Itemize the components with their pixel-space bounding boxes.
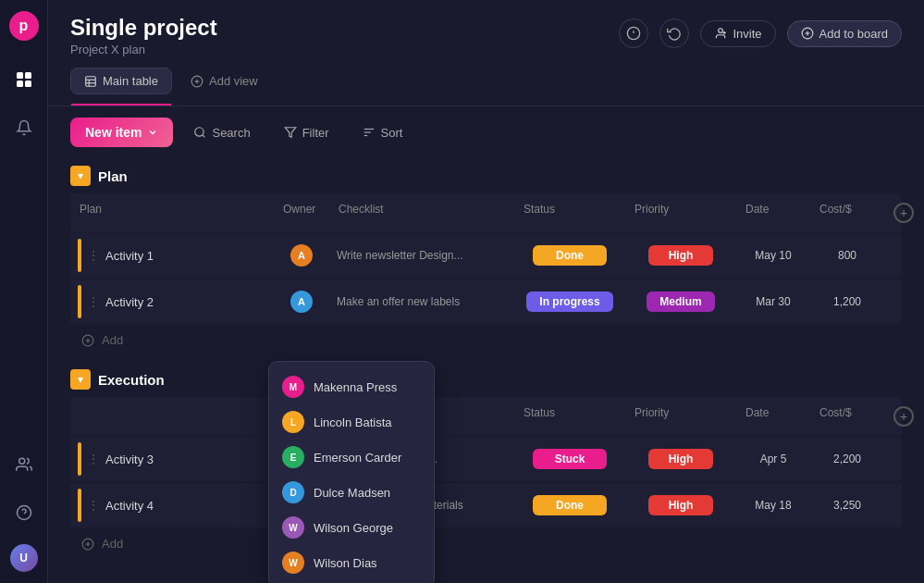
group-execution-chevron[interactable]: ▾: [70, 369, 91, 390]
dropdown-item[interactable]: E Emerson Carder: [269, 440, 434, 475]
plan-col-headers: Plan Owner Checklist Status Priority Dat…: [70, 193, 902, 232]
dropdown-name: Emerson Carder: [314, 451, 401, 465]
row-status[interactable]: Done: [514, 245, 625, 266]
status-badge[interactable]: In progress: [526, 292, 612, 312]
row-priority[interactable]: Medium: [625, 292, 736, 312]
row-name: Activity 2: [105, 295, 154, 309]
row-status[interactable]: Stuck: [514, 449, 625, 469]
table-area: ▾ Plan Plan Owner Checklist Status Prior…: [48, 158, 924, 583]
toolbar: New item Search Filter Sort: [48, 106, 924, 158]
drag-handle[interactable]: ⋮: [87, 498, 100, 513]
sidebar-item-help[interactable]: [7, 496, 41, 529]
col-checklist: Checklist: [329, 199, 514, 227]
project-subtitle: Project X plan: [70, 43, 217, 56]
dropdown-item[interactable]: M Makenna Press: [269, 369, 434, 404]
plan-add-row[interactable]: Add: [70, 326, 902, 354]
row-name-cell: ⋮ Activity 2: [70, 285, 274, 318]
svg-marker-25: [285, 128, 296, 138]
svg-rect-16: [86, 76, 96, 86]
search-button[interactable]: Search: [180, 119, 263, 146]
header-left: Single project Project X plan: [70, 15, 217, 56]
row-name-cell: ⋮ Activity 3: [70, 442, 274, 476]
sidebar-item-grid[interactable]: [7, 63, 41, 96]
svg-line-24: [203, 135, 205, 138]
row-date: Mar 30: [736, 295, 810, 308]
dropdown-avatar: D: [282, 481, 304, 503]
dropdown-item[interactable]: W Wilson George: [269, 510, 434, 545]
execution-col-headers: Owner Checklist Status Priority Date Cos…: [70, 397, 902, 436]
dropdown-name: Lincoln Batista: [314, 416, 392, 429]
row-date: May 10: [736, 249, 810, 262]
sidebar-bottom: U: [7, 448, 41, 572]
svg-point-10: [719, 29, 723, 33]
dropdown-name: Dulce Madsen: [314, 486, 390, 500]
dropdown-item[interactable]: W Wilson Dias: [269, 545, 434, 580]
table-row: ⋮ Activity 1 A Write newsletter Design..…: [70, 233, 902, 278]
add-view-button[interactable]: Add view: [179, 68, 269, 93]
drag-handle[interactable]: ⋮: [87, 452, 100, 466]
col-date-ex: Date: [736, 403, 810, 430]
priority-badge[interactable]: Medium: [647, 292, 714, 312]
group-plan-chevron[interactable]: ▾: [70, 166, 91, 186]
row-owner[interactable]: A: [274, 242, 329, 268]
sidebar-item-people[interactable]: [7, 448, 41, 481]
priority-badge[interactable]: High: [648, 449, 713, 469]
app-logo[interactable]: p: [9, 11, 39, 41]
group-plan-header: ▾ Plan: [70, 158, 902, 193]
row-checklist: Make an offer new labels: [329, 295, 514, 308]
plan-add-label: Add: [102, 333, 123, 347]
dropdown-avatar: W: [282, 552, 304, 574]
status-badge[interactable]: Done: [533, 245, 607, 266]
row-priority[interactable]: High: [625, 449, 736, 469]
dropdown-avatar: M: [282, 376, 304, 398]
drag-handle[interactable]: ⋮: [87, 294, 100, 309]
group-execution-header: ▾ Execution: [70, 362, 902, 397]
row-date: May 18: [736, 499, 810, 512]
row-owner[interactable]: A: [274, 289, 329, 315]
add-board-button[interactable]: Add to board: [787, 20, 902, 47]
row-cost: 800: [810, 249, 884, 262]
svg-rect-2: [17, 81, 23, 87]
dropdown-item[interactable]: D Dulce Madsen: [269, 475, 434, 510]
header: Single project Project X plan: [48, 0, 924, 56]
drag-handle[interactable]: ⋮: [87, 248, 100, 263]
group-execution: ▾ Execution Owner Checklist Status Prior…: [70, 362, 902, 558]
row-status[interactable]: In progress: [514, 292, 625, 312]
col-status: Status: [514, 199, 625, 227]
row-status[interactable]: Done: [514, 495, 625, 515]
invite-button[interactable]: Invite: [700, 20, 775, 47]
filter-button[interactable]: Filter: [271, 119, 342, 146]
view-tabs: Main table Add view: [48, 56, 924, 94]
priority-badge[interactable]: High: [648, 495, 713, 515]
sort-button[interactable]: Sort: [350, 119, 416, 146]
svg-rect-1: [25, 72, 31, 79]
user-avatar[interactable]: U: [10, 544, 38, 572]
priority-badge[interactable]: High: [648, 245, 713, 266]
history-button[interactable]: [659, 19, 689, 48]
svg-point-4: [18, 458, 24, 464]
add-col-button-ex[interactable]: +: [893, 406, 914, 427]
status-badge[interactable]: Done: [533, 495, 607, 515]
info-button[interactable]: [619, 19, 648, 48]
add-view-label: Add view: [209, 74, 258, 88]
dropdown-item[interactable]: L Lincoln Batista: [269, 404, 434, 440]
tab-main-table[interactable]: Main table: [70, 68, 172, 94]
execution-add-row[interactable]: Add: [70, 529, 902, 558]
svg-rect-0: [17, 72, 23, 79]
dropdown-avatar: L: [282, 411, 304, 433]
row-priority[interactable]: High: [625, 495, 736, 515]
new-item-button[interactable]: New item: [70, 118, 173, 147]
col-add-ex[interactable]: +: [884, 403, 918, 430]
sidebar-item-bell[interactable]: [7, 111, 41, 144]
row-name: Activity 3: [105, 453, 154, 466]
row-cost: 3,250: [810, 499, 884, 512]
row-cost: 1,200: [810, 295, 884, 308]
group-execution-title: Execution: [98, 372, 165, 388]
main-content: Single project Project X plan: [48, 0, 924, 583]
status-badge[interactable]: Stuck: [533, 449, 607, 469]
add-col-button[interactable]: +: [893, 203, 914, 223]
table-row: ⋮ Activity 2 A Make an offer new labels …: [70, 279, 902, 324]
avatar: A: [289, 289, 314, 315]
col-add[interactable]: +: [884, 199, 918, 227]
row-priority[interactable]: High: [625, 245, 736, 266]
